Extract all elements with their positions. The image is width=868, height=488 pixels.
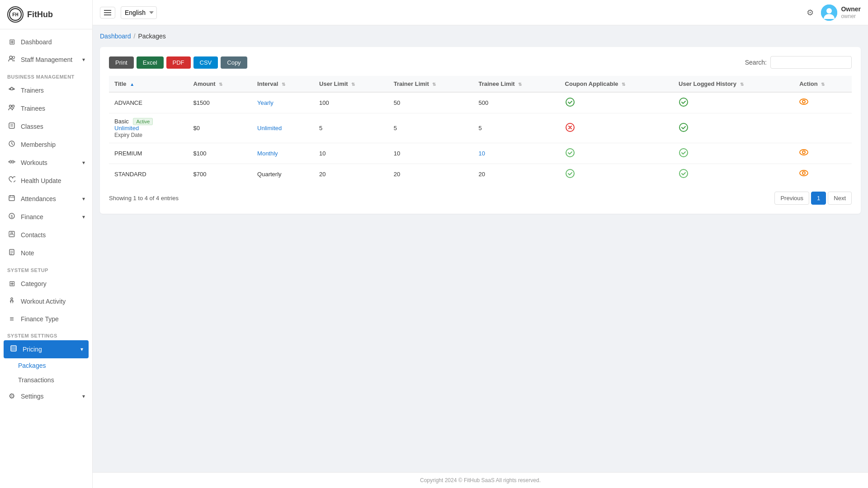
sidebar-item-staff-management[interactable]: Staff Management ▾ <box>0 51 92 69</box>
th-coupon[interactable]: Coupon Applicable ⇅ <box>560 76 673 92</box>
page-1-button[interactable]: 1 <box>811 192 826 205</box>
pdf-button[interactable]: PDF <box>166 56 191 69</box>
header-right: ⚙ Owner owner <box>807 5 861 21</box>
pagination: Previous 1 Next <box>774 192 852 205</box>
td-trainee-limit: 5 <box>473 113 559 143</box>
th-action[interactable]: Action ⇅ <box>794 76 852 92</box>
sidebar-item-contacts[interactable]: Contacts <box>0 226 92 244</box>
table-row: Basic ActiveUnlimitedExpiry Date$0Unlimi… <box>109 113 852 143</box>
excel-button[interactable]: Excel <box>137 56 164 69</box>
th-trainer-limit[interactable]: Trainer Limit ⇅ <box>388 76 473 92</box>
sidebar-item-label: Membership <box>21 141 56 148</box>
trainee-value: 500 <box>478 99 488 106</box>
print-button[interactable]: Print <box>109 56 134 69</box>
footer-text: Copyright 2024 © FitHub SaaS All rights … <box>420 477 541 483</box>
td-coupon <box>560 164 673 185</box>
sidebar-item-classes[interactable]: Classes <box>0 117 92 136</box>
previous-button[interactable]: Previous <box>774 192 809 205</box>
footer: Copyright 2024 © FitHub SaaS All rights … <box>93 472 868 488</box>
sidebar-item-workouts[interactable]: Workouts ▾ <box>0 154 92 172</box>
sidebar-item-pricing[interactable]: Pricing ▾ <box>4 340 89 358</box>
next-button[interactable]: Next <box>828 192 852 205</box>
category-icon: ⊞ <box>7 279 16 288</box>
td-logged <box>673 92 794 113</box>
td-action <box>794 113 852 143</box>
td-amount: $100 <box>188 143 252 164</box>
td-logged <box>673 143 794 164</box>
td-trainer-limit: 20 <box>388 164 473 185</box>
search-area: Search: <box>745 56 852 69</box>
note-icon <box>7 249 16 258</box>
copy-button[interactable]: Copy <box>221 56 247 69</box>
sidebar-logo: FH FitHub <box>0 0 92 29</box>
sort-icon: ⇅ <box>821 82 825 87</box>
svg-point-43 <box>566 149 574 157</box>
sidebar-item-trainers[interactable]: Trainers <box>0 81 92 99</box>
sidebar-item-finance-type[interactable]: ≡ Finance Type <box>0 310 92 328</box>
th-logged-history[interactable]: User Logged History ⇅ <box>673 76 794 92</box>
sidebar-item-label: Dashboard <box>21 38 52 46</box>
chevron-icon: ▾ <box>82 56 85 63</box>
view-action-icon[interactable] <box>799 149 808 158</box>
user-role: owner <box>841 13 861 20</box>
breadcrumb: Dashboard / Packages <box>100 33 861 40</box>
user-text: Owner owner <box>841 5 861 20</box>
main-area: English ⚙ Owner owner <box>93 0 868 488</box>
svg-point-40 <box>802 100 805 103</box>
sidebar-item-label: Category <box>21 280 47 287</box>
gear-button[interactable]: ⚙ <box>807 8 814 18</box>
sidebar-item-label: Classes <box>21 123 43 130</box>
language-select[interactable]: English <box>121 6 157 19</box>
td-trainer-limit: 50 <box>388 92 473 113</box>
sidebar-item-trainees[interactable]: Trainees <box>0 99 92 117</box>
trainees-icon <box>7 104 16 113</box>
sidebar-item-health-update[interactable]: Health Update <box>0 172 92 190</box>
pricing-icon <box>9 345 18 354</box>
svg-point-3 <box>13 56 15 59</box>
sidebar-item-membership[interactable]: Membership <box>0 136 92 154</box>
breadcrumb-home[interactable]: Dashboard <box>100 33 131 40</box>
search-input[interactable] <box>770 56 852 69</box>
interval-value: Quarterly <box>257 171 281 178</box>
sidebar-item-settings[interactable]: ⚙ Settings ▾ <box>0 387 92 405</box>
sidebar-item-category[interactable]: ⊞ Category <box>0 275 92 292</box>
svg-point-8 <box>9 105 12 108</box>
sidebar-item-attendances[interactable]: Attendances ▾ <box>0 190 92 208</box>
sidebar-item-label: Finance Type <box>21 315 59 323</box>
sidebar-item-label: Trainees <box>21 105 45 112</box>
membership-icon <box>7 140 16 149</box>
sort-icon: ⇅ <box>518 82 522 87</box>
hamburger-button[interactable] <box>100 7 115 19</box>
sidebar-item-dashboard[interactable]: ⊞ Dashboard <box>0 33 92 51</box>
csv-button[interactable]: CSV <box>193 56 218 69</box>
workouts-icon <box>7 158 16 167</box>
sidebar-item-finance[interactable]: $ Finance ▾ <box>0 208 92 226</box>
chevron-icon: ▾ <box>82 393 85 399</box>
th-amount[interactable]: Amount ⇅ <box>188 76 252 92</box>
sidebar-item-workout-activity[interactable]: Workout Activity <box>0 292 92 310</box>
td-title: Basic ActiveUnlimitedExpiry Date <box>109 113 188 143</box>
th-trainee-limit[interactable]: Trainee Limit ⇅ <box>473 76 559 92</box>
sidebar-item-note[interactable]: Note <box>0 244 92 262</box>
td-interval: Unlimited <box>252 113 314 143</box>
sidebar-item-label: Workouts <box>21 159 47 166</box>
td-user-limit: 10 <box>314 143 388 164</box>
dashboard-icon: ⊞ <box>7 38 16 46</box>
trainee-value: 5 <box>478 125 481 131</box>
td-amount: $0 <box>188 113 252 143</box>
view-action-icon[interactable] <box>799 169 808 178</box>
chevron-icon: ▾ <box>80 346 83 352</box>
th-title[interactable]: Title ▲ <box>109 76 188 92</box>
active-badge: Active <box>133 118 153 125</box>
td-trainer-limit: 10 <box>388 143 473 164</box>
sidebar-sub-transactions[interactable]: Transactions <box>0 373 92 387</box>
td-title: STANDARD <box>109 164 188 185</box>
classes-icon <box>7 122 16 131</box>
view-action-icon[interactable] <box>799 98 808 107</box>
td-user-limit: 100 <box>314 92 388 113</box>
th-user-limit[interactable]: User Limit ⇅ <box>314 76 388 92</box>
sidebar-sub-packages[interactable]: Packages <box>0 358 92 373</box>
th-interval[interactable]: Interval ⇅ <box>252 76 314 92</box>
svg-point-39 <box>800 99 808 104</box>
sort-icon: ⇅ <box>351 82 355 87</box>
